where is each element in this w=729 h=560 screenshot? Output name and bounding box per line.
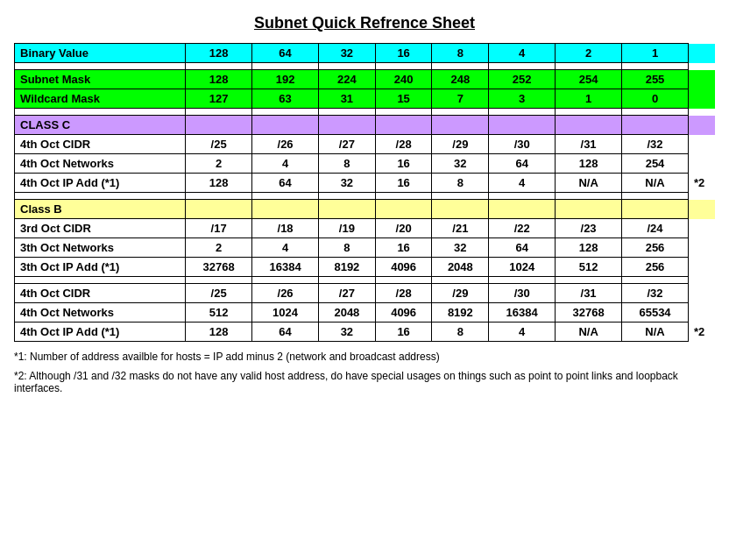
classc-cidr-7: /32 [622, 135, 689, 154]
classb-3rd-net-0: 2 [186, 238, 252, 258]
classb-4th-ip-4: 8 [432, 323, 489, 342]
classb-3rd-ip-4: 2048 [432, 258, 489, 277]
classb-4th-net-0: 512 [186, 303, 252, 323]
wildcard-label: Wildcard Mask [15, 89, 186, 109]
classb-3rd-net-4: 32 [432, 238, 489, 258]
classc-net-3: 16 [375, 154, 432, 174]
subnet-254: 254 [556, 70, 622, 89]
classc-cidr-1: /26 [252, 135, 319, 154]
classc-ip-1: 64 [252, 174, 319, 193]
classc-net-6: 128 [556, 154, 622, 174]
subnet-table: Binary Value 128 64 32 16 8 4 2 1 Subnet… [14, 43, 715, 342]
subnet-248: 248 [432, 70, 489, 89]
classb-4th-cidr-label: 4th Oct CIDR [15, 284, 186, 303]
classb-3rd-cidr-1: /18 [252, 219, 319, 238]
classb-3rd-net-1: 4 [252, 238, 319, 258]
classb-4th-net-1: 1024 [252, 303, 319, 323]
subnet-240: 240 [375, 70, 432, 89]
classc-net-4: 32 [432, 154, 489, 174]
classb-3rd-cidr-6: /23 [556, 219, 622, 238]
classb-3rd-networks-label: 3th Oct Networks [15, 238, 186, 258]
classc-cidr-2: /27 [319, 135, 376, 154]
wildcard-0: 0 [622, 89, 689, 109]
classb-4th-net-3: 4096 [375, 303, 432, 323]
classb-4th-ip-7: N/A [622, 323, 689, 342]
classb-3rd-cidr-4: /21 [432, 219, 489, 238]
binary-1: 1 [622, 44, 689, 63]
classb-4th-net-2: 2048 [319, 303, 376, 323]
classc-net-5: 64 [489, 154, 556, 174]
note2: *2: Although /31 and /32 masks do not ha… [14, 370, 715, 394]
binary-8: 8 [432, 44, 489, 63]
classb-4th-cidr-1: /26 [252, 284, 319, 303]
wildcard-127: 127 [186, 89, 252, 109]
classb-star2: *2 [689, 323, 715, 342]
classb-3rd-cidr-5: /22 [489, 219, 556, 238]
classc-ip-3: 16 [375, 174, 432, 193]
classb-4th-net-4: 8192 [432, 303, 489, 323]
classb-3rd-ip-3: 4096 [375, 258, 432, 277]
classc-networks-label: 4th Oct Networks [15, 154, 186, 174]
classb-4th-net-7: 65534 [622, 303, 689, 323]
wildcard-15: 15 [375, 89, 432, 109]
classb-4th-cidr-7: /32 [622, 284, 689, 303]
classc-ip-0: 128 [186, 174, 252, 193]
wildcard-3: 3 [489, 89, 556, 109]
classb-4th-cidr-2: /27 [319, 284, 376, 303]
classb-4th-ip-0: 128 [186, 323, 252, 342]
classc-cidr-0: /25 [186, 135, 252, 154]
classc-ipadd-label: 4th Oct IP Add (*1) [15, 174, 186, 193]
classb-4th-cidr-3: /28 [375, 284, 432, 303]
wildcard-31: 31 [319, 89, 376, 109]
subnet-252: 252 [489, 70, 556, 89]
classb-3rd-cidr-3: /20 [375, 219, 432, 238]
classb-4th-ipadd-label: 4th Oct IP Add (*1) [15, 323, 186, 342]
classb-3rd-net-3: 16 [375, 238, 432, 258]
subnet-224: 224 [319, 70, 376, 89]
classb-4th-ip-5: 4 [489, 323, 556, 342]
binary-4: 4 [489, 44, 556, 63]
binary-32: 32 [319, 44, 376, 63]
note1: *1: Number of address availble for hosts… [14, 351, 715, 363]
classc-star2: *2 [689, 174, 715, 193]
page-title: Subnet Quick Refrence Sheet [14, 14, 715, 32]
classc-header: CLASS C [15, 116, 186, 135]
classb-3rd-ip-6: 512 [556, 258, 622, 277]
classb-4th-ip-1: 64 [252, 323, 319, 342]
classc-ip-7: N/A [622, 174, 689, 193]
classb-3rd-net-7: 256 [622, 238, 689, 258]
wildcard-1: 1 [556, 89, 622, 109]
binary-16: 16 [375, 44, 432, 63]
classb-4th-networks-label: 4th Oct Networks [15, 303, 186, 323]
classc-cidr-3: /28 [375, 135, 432, 154]
classb-3rd-ip-7: 256 [622, 258, 689, 277]
classb-3rd-net-5: 64 [489, 238, 556, 258]
classb-3rd-ipadd-label: 3th Oct IP Add (*1) [15, 258, 186, 277]
wildcard-7: 7 [432, 89, 489, 109]
classb-4th-cidr-4: /29 [432, 284, 489, 303]
subnet-255: 255 [622, 70, 689, 89]
classb-4th-net-6: 32768 [556, 303, 622, 323]
binary-label: Binary Value [15, 44, 186, 63]
classc-ip-4: 8 [432, 174, 489, 193]
classb-4th-ip-6: N/A [556, 323, 622, 342]
subnet-128: 128 [186, 70, 252, 89]
classc-cidr-6: /31 [556, 135, 622, 154]
classb-4th-ip-2: 32 [319, 323, 376, 342]
classb-3rd-cidr-7: /24 [622, 219, 689, 238]
classc-net-1: 4 [252, 154, 319, 174]
classb-3rd-ip-0: 32768 [186, 258, 252, 277]
classc-cidr-label: 4th Oct CIDR [15, 135, 186, 154]
classc-ip-5: 4 [489, 174, 556, 193]
classb-4th-net-5: 16384 [489, 303, 556, 323]
binary-64: 64 [252, 44, 319, 63]
classc-net-7: 254 [622, 154, 689, 174]
classb-3rd-cidr-label: 3rd Oct CIDR [15, 219, 186, 238]
classc-ip-2: 32 [319, 174, 376, 193]
classc-net-0: 2 [186, 154, 252, 174]
classb-3rd-cidr-2: /19 [319, 219, 376, 238]
classb-4th-ip-3: 16 [375, 323, 432, 342]
classc-net-2: 8 [319, 154, 376, 174]
classc-ip-6: N/A [556, 174, 622, 193]
classb-3rd-ip-2: 8192 [319, 258, 376, 277]
